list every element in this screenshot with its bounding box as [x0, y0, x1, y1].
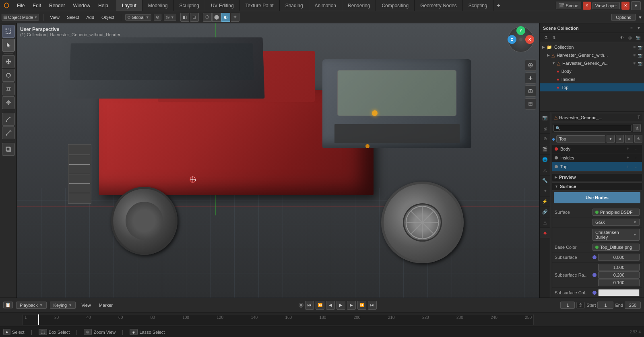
view-layer-selector[interactable]: View Layer — [592, 2, 620, 9]
current-frame-input[interactable] — [560, 302, 575, 309]
menu-file[interactable]: File — [13, 0, 29, 11]
object-menu[interactable]: Object — [99, 14, 117, 21]
vis-cam-collection[interactable]: 📷 — [638, 45, 642, 50]
solid-btn[interactable]: ⬤ — [212, 13, 221, 22]
tab-geometry-nodes[interactable]: Geometry Nodes — [415, 0, 463, 11]
tool-cursor[interactable] — [2, 39, 15, 52]
tab-modeling[interactable]: Modeling — [142, 0, 174, 11]
prop-render-tab[interactable]: 📷 — [540, 113, 550, 123]
preview-section-header[interactable]: ▶ Preview — [552, 173, 642, 181]
tool-select-box[interactable] — [2, 25, 15, 38]
subsurface-value[interactable]: 0.000 — [598, 254, 640, 261]
prop-material-tab[interactable]: ◆ — [540, 228, 550, 238]
next-frame-btn[interactable]: ▶ — [347, 301, 356, 310]
subsurface-color-swatch[interactable] — [598, 289, 640, 296]
vp-camera[interactable] — [525, 85, 536, 97]
tab-animation[interactable]: Animation — [309, 0, 342, 11]
end-frame-input[interactable] — [625, 302, 641, 309]
tab-layout[interactable]: Layout — [116, 0, 142, 11]
material-copy-btn[interactable]: ⧉ — [616, 135, 624, 143]
add-menu[interactable]: Add — [84, 14, 97, 21]
proportional-edit[interactable]: ◎ ▼ — [164, 14, 176, 21]
tool-annotate[interactable] — [2, 113, 15, 126]
outliner-select-btn[interactable]: ◎ — [626, 34, 634, 41]
outliner-item-harvester-mesh[interactable]: ▼ △ Harvester_Generic_w... 👁 📷 — [540, 59, 644, 67]
viewport-nav-widget[interactable]: X Y Z — [508, 27, 536, 55]
rendered-btn[interactable]: ☀ — [231, 13, 239, 22]
tab-shading[interactable]: Shading — [280, 0, 309, 11]
filter-btn[interactable]: ▼ — [631, 1, 641, 10]
snap-toggle[interactable]: ⊗ — [154, 14, 161, 21]
scene-close-btn[interactable]: ✕ — [583, 2, 591, 10]
timeline-marker-btn[interactable]: Marker — [97, 302, 115, 308]
mat-top-add-btn[interactable]: + — [624, 163, 632, 170]
prop-data-tab[interactable]: △ — [540, 217, 550, 228]
outliner-item-collection[interactable]: ▶ 📁 Collection 👁 📷 — [540, 43, 644, 51]
menu-edit[interactable]: Edit — [29, 0, 45, 11]
outliner-item-harvester-parent[interactable]: ▶ △ Harvester_Generic_with... 👁 📷 — [540, 51, 644, 59]
prop-constraints-tab[interactable]: 🔗 — [540, 207, 550, 217]
tab-compositing[interactable]: Compositing — [376, 0, 415, 11]
mat-body-add-btn[interactable]: + — [624, 145, 632, 153]
tool-transform[interactable] — [2, 96, 15, 109]
nav-axis-y[interactable]: Y — [516, 26, 525, 35]
play-btn[interactable]: ▶ — [336, 301, 345, 310]
viewport-3d[interactable]: User Perspective (1) Collection | Harves… — [17, 23, 539, 298]
vp-ortho[interactable] — [525, 98, 536, 110]
subsurf-r-val1[interactable]: 1.000 — [598, 264, 640, 271]
add-workspace-tab[interactable]: + — [493, 2, 504, 9]
nav-gizmo[interactable]: X Y Z — [508, 27, 534, 52]
start-frame-input[interactable] — [597, 302, 613, 309]
tool-add-cube[interactable] — [2, 143, 15, 156]
mode-switcher[interactable]: ▤ Object Mode ▼ — [2, 14, 39, 21]
subsurf-r-val2[interactable]: 0.200 — [598, 271, 640, 279]
playhead[interactable] — [38, 314, 39, 325]
menu-window[interactable]: Window — [69, 0, 94, 11]
tab-rendering[interactable]: Rendering — [342, 0, 376, 11]
timeline-view-btn[interactable]: View — [79, 302, 93, 308]
jump-start-btn[interactable]: ⏮ — [305, 301, 314, 310]
playback-dropdown[interactable]: Playback ▼ — [16, 302, 47, 309]
vp-zoom-in[interactable] — [525, 60, 536, 71]
overlay-toggle[interactable]: ◧ — [180, 13, 189, 22]
prop-particles-tab[interactable]: ✦ — [540, 186, 550, 196]
select-menu[interactable]: Select — [64, 14, 82, 21]
options-button[interactable]: Options — [611, 14, 636, 21]
prop-object-tab[interactable]: △ — [540, 165, 550, 176]
mat-item-top[interactable]: Top + - — [552, 162, 642, 171]
surface-section-header[interactable]: ▼ Surface — [552, 183, 642, 190]
mat-item-insides[interactable]: Insides + - — [552, 153, 642, 162]
vis-eye-collection[interactable]: 👁 — [633, 45, 637, 50]
prev-frame-btn[interactable]: ◀ — [326, 301, 335, 310]
tab-texture-paint[interactable]: Texture Paint — [240, 0, 280, 11]
prop-modifier-tab[interactable]: 🔧 — [540, 176, 550, 186]
tool-rotate[interactable] — [2, 69, 15, 82]
material-filter2-btn[interactable]: ⚗ — [634, 135, 642, 143]
base-color-value[interactable]: Top_Diffuse.png — [592, 244, 640, 251]
prev-keyframe-btn[interactable]: ⏪ — [316, 301, 324, 310]
surface-shader-value[interactable]: Principled BSDF — [592, 209, 640, 216]
wireframe-btn[interactable]: ⬡ — [203, 13, 212, 22]
prop-scene-tab[interactable]: 🎬 — [540, 144, 550, 155]
subsurface-method-value[interactable]: Christensen-Burley ▼ — [592, 229, 640, 241]
tab-scripting[interactable]: Scripting — [463, 0, 493, 11]
vis-eye-hm[interactable]: 👁 — [633, 61, 637, 66]
vp-pan[interactable] — [525, 72, 536, 84]
mat-top-remove-btn[interactable]: - — [632, 163, 640, 170]
material-remove-btn[interactable]: ✕ — [625, 135, 633, 143]
menu-render[interactable]: Render — [45, 0, 69, 11]
tool-scale[interactable] — [2, 83, 15, 95]
mat-insides-add-btn[interactable]: + — [624, 154, 632, 161]
tab-uv-editing[interactable]: UV Editing — [205, 0, 240, 11]
timeline-area-icon[interactable]: 📋 — [3, 302, 13, 308]
xray-toggle[interactable]: ⊡ — [190, 13, 199, 22]
vis-cam-hm[interactable]: 📷 — [638, 61, 642, 66]
outliner-item-top[interactable]: ● Top — [540, 83, 644, 91]
prop-physics-tab[interactable]: ⚡ — [540, 196, 550, 207]
use-nodes-button[interactable]: Use Nodes — [554, 192, 640, 203]
mat-body-remove-btn[interactable]: - — [632, 145, 640, 153]
mat-insides-remove-btn[interactable]: - — [632, 154, 640, 161]
outliner-eye-btn[interactable]: 👁 — [618, 34, 625, 41]
timeline-track[interactable]: 1 20 40 60 80 100 120 140 160 180 200 21… — [23, 314, 534, 325]
subsurf-r-val3[interactable]: 0.100 — [598, 279, 640, 286]
